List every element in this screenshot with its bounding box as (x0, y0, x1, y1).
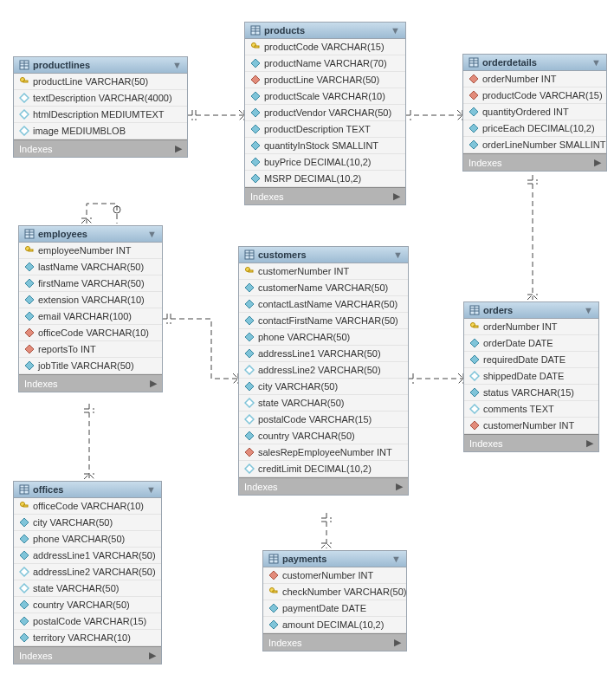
column-row[interactable]: phone VARCHAR(50) (239, 329, 408, 346)
column-row[interactable]: requiredDate DATE (464, 352, 598, 368)
column-row[interactable]: city VARCHAR(50) (239, 379, 408, 395)
column-row[interactable]: creditLimit DECIMAL(10,2) (239, 461, 408, 477)
indexes-section[interactable]: Indexes▶ (19, 374, 162, 392)
column-row[interactable]: status VARCHAR(15) (464, 385, 598, 401)
indexes-section[interactable]: Indexes▶ (14, 139, 187, 157)
column-row[interactable]: quantityOrdered INT (463, 104, 606, 120)
column-row[interactable]: productScale VARCHAR(10) (245, 88, 405, 105)
column-row[interactable]: textDescription VARCHAR(4000) (14, 90, 187, 107)
column-row[interactable]: contactLastName VARCHAR(50) (239, 296, 408, 313)
column-row[interactable]: postalCode VARCHAR(15) (239, 412, 408, 428)
indexes-section[interactable]: Indexes▶ (239, 477, 408, 495)
expand-icon[interactable]: ▶ (149, 650, 156, 661)
column-row[interactable]: orderNumber INT (463, 71, 606, 88)
indexes-section[interactable]: Indexes▶ (245, 187, 405, 204)
expand-icon[interactable]: ▶ (175, 143, 182, 154)
column-row[interactable]: phone VARCHAR(50) (14, 531, 161, 548)
indexes-section[interactable]: Indexes▶ (263, 633, 406, 651)
column-row[interactable]: addressLine2 VARCHAR(50) (239, 362, 408, 379)
column-row[interactable]: buyPrice DECIMAL(10,2) (245, 154, 405, 171)
entity-header[interactable]: orders▼ (464, 302, 598, 319)
column-row[interactable]: territory VARCHAR(10) (14, 630, 161, 646)
column-row[interactable]: shippedDate DATE (464, 368, 598, 385)
entity-header[interactable]: orderdetails▼ (463, 55, 606, 71)
column-row[interactable]: orderLineNumber SMALLINT (463, 137, 606, 153)
collapse-icon[interactable]: ▼ (393, 250, 403, 260)
expand-icon[interactable]: ▶ (394, 637, 401, 648)
entity-header[interactable]: offices▼ (14, 482, 161, 498)
column-row[interactable]: paymentDate DATE (263, 600, 406, 617)
column-row[interactable]: salesRepEmployeeNumber INT (239, 444, 408, 461)
entity-header[interactable]: employees▼ (19, 226, 162, 243)
column-row[interactable]: contactFirstName VARCHAR(50) (239, 313, 408, 329)
column-row[interactable]: productCode VARCHAR(15) (463, 88, 606, 104)
column-row[interactable]: customerNumber INT (239, 263, 408, 280)
collapse-icon[interactable]: ▼ (147, 229, 157, 239)
column-row[interactable]: firstName VARCHAR(50) (19, 275, 162, 292)
column-row[interactable]: addressLine2 VARCHAR(50) (14, 564, 161, 580)
entity-employees[interactable]: employees▼employeeNumber INTlastName VAR… (18, 225, 163, 392)
column-row[interactable]: customerName VARCHAR(50) (239, 280, 408, 296)
column-row[interactable]: addressLine1 VARCHAR(50) (14, 548, 161, 564)
column-row[interactable]: officeCode VARCHAR(10) (19, 325, 162, 341)
column-row[interactable]: extension VARCHAR(10) (19, 292, 162, 308)
column-row[interactable]: employeeNumber INT (19, 243, 162, 259)
column-row[interactable]: customerNumber INT (464, 418, 598, 434)
column-row[interactable]: amount DECIMAL(10,2) (263, 617, 406, 633)
entity-customers[interactable]: customers▼customerNumber INTcustomerName… (238, 246, 409, 496)
column-row[interactable]: state VARCHAR(50) (14, 580, 161, 597)
column-row[interactable]: jobTitle VARCHAR(50) (19, 358, 162, 374)
indexes-section[interactable]: Indexes▶ (463, 153, 606, 171)
column-def: postalCode VARCHAR(15) (33, 616, 146, 626)
column-row[interactable]: state VARCHAR(50) (239, 395, 408, 412)
column-row[interactable]: htmlDescription MEDIUMTEXT (14, 107, 187, 123)
expand-icon[interactable]: ▶ (396, 481, 403, 492)
expand-icon[interactable]: ▶ (594, 157, 601, 168)
column-row[interactable]: productVendor VARCHAR(50) (245, 105, 405, 121)
column-row[interactable]: email VARCHAR(100) (19, 308, 162, 325)
expand-icon[interactable]: ▶ (150, 378, 157, 389)
column-row[interactable]: productDescription TEXT (245, 121, 405, 138)
collapse-icon[interactable]: ▼ (172, 60, 182, 70)
column-row[interactable]: productLine VARCHAR(50) (245, 72, 405, 88)
entity-header[interactable]: customers▼ (239, 247, 408, 263)
entity-products[interactable]: products▼productCode VARCHAR(15)productN… (244, 22, 406, 205)
column-row[interactable]: priceEach DECIMAL(10,2) (463, 120, 606, 137)
column-row[interactable]: productCode VARCHAR(15) (245, 39, 405, 55)
entity-orderdetails[interactable]: orderdetails▼orderNumber INTproductCode … (462, 54, 607, 172)
collapse-icon[interactable]: ▼ (591, 57, 601, 68)
column-row[interactable]: checkNumber VARCHAR(50) (263, 584, 406, 600)
column-row[interactable]: country VARCHAR(50) (239, 428, 408, 444)
entity-productlines[interactable]: productlines▼productLine VARCHAR(50)text… (13, 56, 188, 158)
expand-icon[interactable]: ▶ (586, 438, 593, 449)
entity-header[interactable]: payments▼ (263, 551, 406, 567)
collapse-icon[interactable]: ▼ (584, 305, 593, 315)
column-row[interactable]: productLine VARCHAR(50) (14, 74, 187, 90)
column-row[interactable]: image MEDIUMBLOB (14, 123, 187, 139)
column-row[interactable]: customerNumber INT (263, 567, 406, 584)
column-row[interactable]: productName VARCHAR(70) (245, 55, 405, 72)
indexes-section[interactable]: Indexes▶ (464, 434, 598, 451)
collapse-icon[interactable]: ▼ (391, 554, 401, 564)
entity-offices[interactable]: offices▼officeCode VARCHAR(10)city VARCH… (13, 481, 162, 664)
column-row[interactable]: orderDate DATE (464, 335, 598, 352)
column-row[interactable]: city VARCHAR(50) (14, 515, 161, 531)
column-row[interactable]: country VARCHAR(50) (14, 597, 161, 613)
column-row[interactable]: postalCode VARCHAR(15) (14, 613, 161, 630)
column-row[interactable]: MSRP DECIMAL(10,2) (245, 171, 405, 187)
entity-payments[interactable]: payments▼customerNumber INTcheckNumber V… (262, 550, 407, 651)
collapse-icon[interactable]: ▼ (391, 25, 400, 36)
column-row[interactable]: orderNumber INT (464, 319, 598, 335)
column-row[interactable]: reportsTo INT (19, 341, 162, 358)
column-row[interactable]: lastName VARCHAR(50) (19, 259, 162, 275)
indexes-section[interactable]: Indexes▶ (14, 646, 161, 664)
entity-orders[interactable]: orders▼orderNumber INTorderDate DATErequ… (463, 301, 599, 452)
entity-header[interactable]: productlines▼ (14, 57, 187, 74)
entity-header[interactable]: products▼ (245, 23, 405, 39)
column-row[interactable]: quantityInStock SMALLINT (245, 138, 405, 154)
column-row[interactable]: addressLine1 VARCHAR(50) (239, 346, 408, 362)
expand-icon[interactable]: ▶ (393, 191, 400, 202)
column-row[interactable]: officeCode VARCHAR(10) (14, 498, 161, 515)
column-row[interactable]: comments TEXT (464, 401, 598, 418)
collapse-icon[interactable]: ▼ (146, 484, 156, 495)
